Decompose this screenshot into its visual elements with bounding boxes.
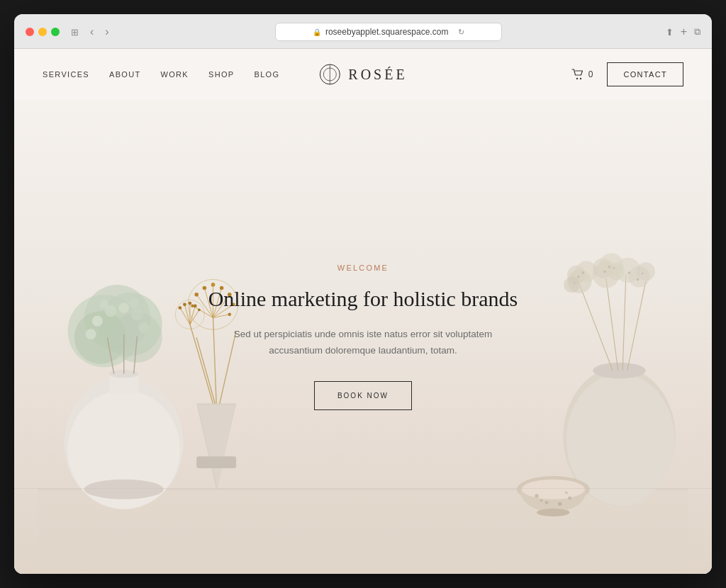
minimize-button[interactable] <box>38 28 47 36</box>
maximize-button[interactable] <box>51 28 60 36</box>
hero-subtitle: Sed ut perspiciatis unde omnis iste natu… <box>208 327 518 359</box>
brand-icon <box>318 63 341 86</box>
navigation: SERVICES ABOUT WORK SHOP BLOG ROSÉE <box>14 49 712 100</box>
hero-title: Online marketing for holistic brands <box>208 285 518 312</box>
refresh-icon[interactable]: ↻ <box>458 28 464 37</box>
floor-divider <box>14 488 712 489</box>
nav-right: 0 CONTACT <box>571 62 683 86</box>
svg-point-3 <box>576 78 578 79</box>
svg-point-4 <box>580 78 581 79</box>
nav-blog[interactable]: BLOG <box>254 70 279 79</box>
nav-shop[interactable]: SHOP <box>208 70 234 79</box>
close-button[interactable] <box>26 28 34 36</box>
nav-about[interactable]: ABOUT <box>109 70 141 79</box>
nav-work[interactable]: WORK <box>161 70 189 79</box>
traffic-lights <box>26 28 60 36</box>
cart-icon <box>571 69 584 80</box>
welcome-label: WELCOME <box>208 264 518 272</box>
nav-left: SERVICES ABOUT WORK SHOP BLOG <box>43 70 279 79</box>
lock-icon: 🔒 <box>313 28 321 36</box>
browser-actions: ⬆ + ⧉ <box>666 26 700 38</box>
browser-chrome: ⊞ ‹ › 🔒 roseebyapplet.squarespace.com ↻ … <box>14 14 712 49</box>
book-now-button[interactable]: BOOK NOW <box>314 381 412 410</box>
hero-section: WELCOME Online marketing for holistic br… <box>14 100 712 574</box>
hero-text-content: WELCOME Online marketing for holistic br… <box>208 264 518 411</box>
back-button[interactable]: ‹ <box>87 24 96 40</box>
sidebar-toggle[interactable]: ⊞ <box>68 26 82 39</box>
brand-name: ROSÉE <box>348 67 407 83</box>
address-bar-container: 🔒 roseebyapplet.squarespace.com ↻ <box>121 23 657 41</box>
contact-button[interactable]: CONTACT <box>607 62 683 86</box>
forward-button[interactable]: › <box>102 24 111 40</box>
address-bar[interactable]: 🔒 roseebyapplet.squarespace.com ↻ <box>275 23 502 41</box>
brand-logo-area[interactable]: ROSÉE <box>318 63 407 86</box>
new-tab-icon[interactable]: + <box>681 26 687 38</box>
browser-window: ⊞ ‹ › 🔒 roseebyapplet.squarespace.com ↻ … <box>14 14 712 574</box>
url-text: roseebyapplet.squarespace.com <box>325 27 448 37</box>
share-icon[interactable]: ⬆ <box>666 27 674 38</box>
cart-count: 0 <box>588 69 593 79</box>
website-content: SERVICES ABOUT WORK SHOP BLOG ROSÉE <box>14 49 712 574</box>
cart-button[interactable]: 0 <box>571 69 593 80</box>
browser-nav-controls: ⊞ ‹ › <box>68 24 112 40</box>
tabs-icon[interactable]: ⧉ <box>694 26 700 38</box>
nav-services[interactable]: SERVICES <box>43 70 89 79</box>
